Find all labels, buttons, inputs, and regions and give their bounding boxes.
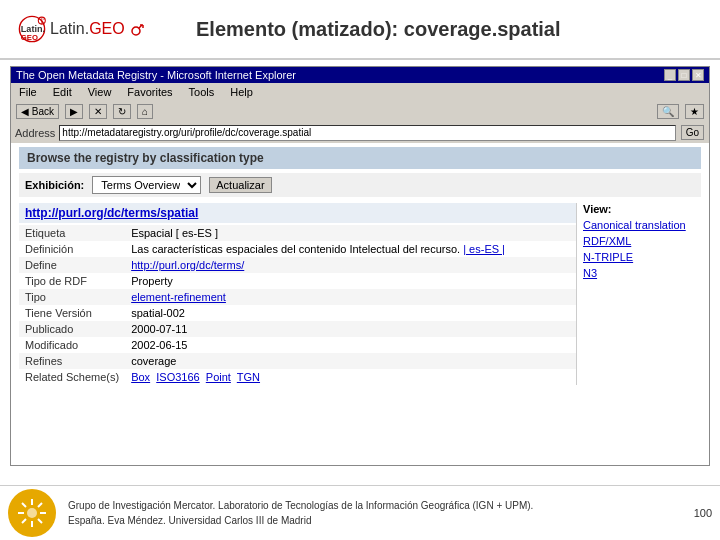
footer: Grupo de Investigación Mercator. Laborat… [0,485,720,540]
scheme-point-link[interactable]: Point [206,371,231,383]
exhibition-row: Exhibición: Terms Overview Actualizar [19,173,701,197]
logo-geo: GEO [89,20,125,37]
table-row: Define http://purl.org/dc/terms/ [19,257,576,273]
table-row: Modificado 2002-06-15 [19,337,576,353]
scheme-tgn-link[interactable]: TGN [237,371,260,383]
main-url-link[interactable]: http://purl.org/dc/terms/spatial [25,206,198,220]
search-browser-button[interactable]: 🔍 [657,104,679,119]
definicion-link[interactable]: | es-ES | [463,243,505,255]
browser-titlebar-buttons: _ □ ✕ [664,69,704,81]
forward-button[interactable]: ▶ [65,104,83,119]
maximize-button[interactable]: □ [678,69,690,81]
scheme-box-link[interactable]: Box [131,371,150,383]
value-related-scheme: Box ISO3166 Point TGN [125,369,576,385]
n3-link[interactable]: N3 [583,267,701,279]
value-etiqueta: Espacial [ es-ES ] [125,225,576,241]
tipo-link[interactable]: element-refinement [131,291,226,303]
table-row: Tiene Versión spatial-002 [19,305,576,321]
svg-text:Latin.: Latin. [21,24,45,34]
minimize-button[interactable]: _ [664,69,676,81]
header: Latin. GEO Latin.GEO Elemento (matizado)… [0,0,720,60]
table-row: Etiqueta Espacial [ es-ES ] [19,225,576,241]
go-button[interactable]: Go [681,125,704,140]
footer-logo [8,489,56,537]
menu-view[interactable]: View [84,85,116,99]
browser-window: The Open Metadata Registry - Microsoft I… [10,66,710,466]
label-tipo-rdf: Tipo de RDF [19,273,125,289]
browser-toolbar: ◀ Back ▶ ✕ ↻ ⌂ 🔍 ★ [11,101,709,122]
browser-title-text: The Open Metadata Registry - Microsoft I… [16,69,296,81]
table-row: Tipo element-refinement [19,289,576,305]
scheme-iso-link[interactable]: ISO3166 [156,371,199,383]
browser-addressbar: Address Go [11,122,709,143]
menu-edit[interactable]: Edit [49,85,76,99]
value-tiene-version: spatial-002 [125,305,576,321]
details-table: Etiqueta Espacial [ es-ES ] Definición L… [19,225,576,385]
value-refines: coverage [125,353,576,369]
table-row: Related Scheme(s) Box ISO3166 Point TGN [19,369,576,385]
logo-latin: Latin. [50,20,89,37]
footer-text-line2: España. Eva Méndez. Universidad Carlos I… [68,513,533,528]
table-row: Definición Las características espaciale… [19,241,576,257]
value-define: http://purl.org/dc/terms/ [125,257,576,273]
footer-text: Grupo de Investigación Mercator. Laborat… [68,498,533,528]
footer-text-line1: Grupo de Investigación Mercator. Laborat… [68,498,533,513]
value-tipo-rdf: Property [125,273,576,289]
stop-button[interactable]: ✕ [89,104,107,119]
canonical-translation-link[interactable]: Canonical translation [583,219,701,231]
menu-help[interactable]: Help [226,85,257,99]
browser-content: Browse the registry by classification ty… [11,143,709,463]
define-link[interactable]: http://purl.org/dc/terms/ [131,259,244,271]
close-button[interactable]: ✕ [692,69,704,81]
latin-geo-logo-icon: Latin. GEO [18,15,46,43]
address-label: Address [15,127,55,139]
home-button[interactable]: ⌂ [137,104,153,119]
exhibition-label: Exhibición: [25,179,84,191]
label-tiene-version: Tiene Versión [19,305,125,321]
label-etiqueta: Etiqueta [19,225,125,241]
page-title: Elemento (matizado): coverage.spatial [196,18,561,41]
refresh-button[interactable]: ↻ [113,104,131,119]
gender-icon [130,23,144,37]
page-number: 100 [694,507,712,519]
footer-logo-icon [14,495,50,531]
svg-point-11 [27,508,37,518]
definicion-text: Las características espaciales del conte… [131,243,460,255]
label-publicado: Publicado [19,321,125,337]
value-tipo: element-refinement [125,289,576,305]
exhibition-select[interactable]: Terms Overview [92,176,201,194]
svg-point-6 [132,27,140,35]
left-content: http://purl.org/dc/terms/spatial Etiquet… [19,203,576,385]
label-define: Define [19,257,125,273]
svg-text:GEO: GEO [21,33,38,42]
value-definicion: Las características espaciales del conte… [125,241,576,257]
value-modificado: 2002-06-15 [125,337,576,353]
exhibition-update-button[interactable]: Actualizar [209,177,271,193]
back-button[interactable]: ◀ Back [16,104,59,119]
table-row: Tipo de RDF Property [19,273,576,289]
label-tipo: Tipo [19,289,125,305]
favorites-browser-button[interactable]: ★ [685,104,704,119]
menu-file[interactable]: File [15,85,41,99]
table-row: Publicado 2000-07-11 [19,321,576,337]
logo-area: Latin. GEO Latin.GEO [16,15,176,43]
view-label: View: [583,203,701,215]
browser-menubar: File Edit View Favorites Tools Help [11,83,709,101]
menu-tools[interactable]: Tools [185,85,219,99]
rdf-xml-link[interactable]: RDF/XML [583,235,701,247]
value-publicado: 2000-07-11 [125,321,576,337]
menu-favorites[interactable]: Favorites [123,85,176,99]
label-related-scheme: Related Scheme(s) [19,369,125,385]
browse-header: Browse the registry by classification ty… [19,147,701,169]
logo-wordmark: Latin.GEO [50,20,144,38]
label-refines: Refines [19,353,125,369]
address-input[interactable] [59,125,675,141]
main-content-flex: http://purl.org/dc/terms/spatial Etiquet… [19,203,701,385]
table-row: Refines coverage [19,353,576,369]
n-triple-link[interactable]: N-TRIPLE [583,251,701,263]
right-panel: View: Canonical translation RDF/XML N-TR… [576,203,701,385]
url-header-row: http://purl.org/dc/terms/spatial [19,203,576,223]
label-definicion: Definición [19,241,125,257]
browser-titlebar: The Open Metadata Registry - Microsoft I… [11,67,709,83]
label-modificado: Modificado [19,337,125,353]
